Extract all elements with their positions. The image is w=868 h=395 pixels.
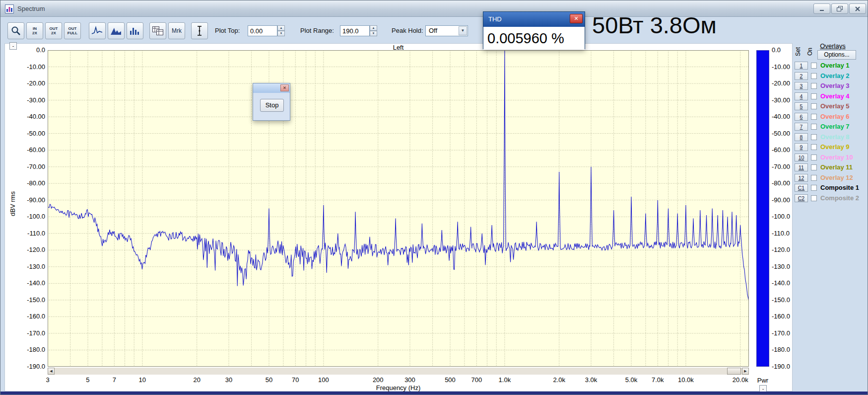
minimize-icon <box>818 6 825 12</box>
zoom-in-2x-button[interactable]: IN2X <box>26 22 43 39</box>
y-tick-right: -140.0 <box>772 279 790 287</box>
x-tick: 100 <box>310 376 337 384</box>
plot-top-input[interactable] <box>248 25 277 36</box>
overlay-set-button-4[interactable]: 4 <box>795 92 808 100</box>
spin-up-icon[interactable]: ▲ <box>277 25 285 31</box>
y-tick-right: -180.0 <box>772 346 790 353</box>
peak-hold-value: Off <box>429 27 437 34</box>
y-tick-left: -90.00 <box>10 196 45 204</box>
peak-spectrum-view-button[interactable] <box>89 22 106 39</box>
cursor-tool-button[interactable] <box>191 22 208 39</box>
close-icon <box>855 6 861 12</box>
overlay-set-button-11[interactable]: 11 <box>795 163 808 171</box>
overlay-set-button-C2[interactable]: C2 <box>795 194 808 202</box>
overlay-set-button-1[interactable]: 1 <box>795 62 808 70</box>
spin-up-icon[interactable]: ▲ <box>370 25 377 31</box>
overlay-on-checkbox-7[interactable] <box>811 124 817 130</box>
peak-hold-dropdown[interactable]: Off ▼ <box>425 25 468 36</box>
spectrum-plot[interactable] <box>48 50 749 367</box>
title-bar[interactable]: Spectrum <box>0 0 868 17</box>
table-grid-icon <box>152 25 164 36</box>
chevron-down-icon[interactable]: ▼ <box>459 26 467 35</box>
stop-dialog[interactable]: ✕ Stop <box>253 83 290 121</box>
table-view-button[interactable] <box>149 22 166 39</box>
horizontal-scrollbar[interactable]: ◀ ▶ <box>48 368 749 375</box>
overlay-on-checkbox-1[interactable] <box>811 63 817 69</box>
overlay-set-button-10[interactable]: 10 <box>795 154 808 161</box>
scroll-left-icon[interactable]: ◀ <box>48 368 55 375</box>
x-tick: 70 <box>282 376 309 384</box>
plot-range-spinner[interactable]: ▲ ▼ <box>370 25 377 36</box>
overlay-set-button-C1[interactable]: C1 <box>795 184 808 192</box>
y-tick-right: -40.00 <box>772 113 790 120</box>
overlay-set-button-8[interactable]: 8 <box>795 133 808 141</box>
channel-label: Left <box>48 44 749 51</box>
zoom-out-2x-button[interactable]: OUT2X <box>45 22 62 39</box>
overlay-on-checkbox-10[interactable] <box>811 155 817 160</box>
y-tick-right: -90.00 <box>772 196 790 204</box>
overlays-options-button[interactable]: Options... <box>817 50 856 60</box>
scroll-right-icon[interactable]: ▶ <box>742 368 749 375</box>
y-tick-left: -150.0 <box>10 296 45 304</box>
close-button[interactable] <box>849 3 866 14</box>
overlay-on-checkbox-C2[interactable] <box>811 195 817 201</box>
overlay-on-checkbox-3[interactable] <box>811 83 817 89</box>
filled-spectrum-view-button[interactable] <box>108 22 125 39</box>
stop-dialog-close-button[interactable]: ✕ <box>280 84 289 91</box>
overlay-on-checkbox-2[interactable] <box>811 73 817 79</box>
spin-down-icon[interactable]: ▼ <box>370 31 377 36</box>
y-tick-right: -10.00 <box>772 63 790 71</box>
overlay-set-button-2[interactable]: 2 <box>795 72 808 80</box>
plot-collapse-button[interactable]: - <box>9 42 17 50</box>
overlay-on-checkbox-11[interactable] <box>811 164 817 170</box>
overlay-on-checkbox-4[interactable] <box>811 93 817 99</box>
x-tick: 10 <box>129 376 156 384</box>
overlay-on-checkbox-8[interactable] <box>811 134 817 140</box>
thd-window[interactable]: THD ✕ 0.005960 % <box>483 11 585 49</box>
y-tick-left: -10.00 <box>10 63 45 71</box>
overlay-on-checkbox-12[interactable] <box>811 175 817 181</box>
x-tick: 20 <box>184 376 210 384</box>
overlay-set-button-12[interactable]: 12 <box>795 174 808 182</box>
zoom-tool-button[interactable] <box>7 22 24 39</box>
y-tick-left: -60.00 <box>10 146 45 154</box>
stop-button[interactable]: Stop <box>260 99 284 112</box>
plot-top-spinner[interactable]: ▲ ▼ <box>277 25 285 36</box>
plot-top-label: Plot Top: <box>215 22 240 39</box>
background-strip <box>0 392 868 395</box>
x-tick: 3 <box>34 376 61 384</box>
overlay-set-button-5[interactable]: 5 <box>795 102 808 110</box>
y-tick-right: -20.00 <box>772 79 790 87</box>
overlay-set-button-3[interactable]: 3 <box>795 82 808 90</box>
overlay-set-button-7[interactable]: 7 <box>795 123 808 131</box>
overlay-set-button-9[interactable]: 9 <box>795 143 808 151</box>
minimize-button[interactable] <box>813 3 830 14</box>
overlay-on-checkbox-5[interactable] <box>811 103 817 109</box>
restore-button[interactable] <box>831 3 848 14</box>
x-tick: 300 <box>397 376 423 384</box>
overlay-label-8: Overlay 8 <box>820 133 850 141</box>
y-tick-left: -30.00 <box>10 96 45 104</box>
overlay-on-checkbox-9[interactable] <box>811 144 817 150</box>
marker-button[interactable]: Mrk <box>168 22 185 39</box>
y-tick-left: -120.0 <box>10 246 45 253</box>
thd-value: 0.005960 % <box>483 27 585 50</box>
plot-range-input[interactable] <box>340 25 370 36</box>
overlay-on-checkbox-6[interactable] <box>811 114 817 120</box>
zoom-out-full-button[interactable]: OUTFULL <box>64 22 81 39</box>
overlay-label-7: Overlay 7 <box>820 123 850 130</box>
zoom-button-label: 2X <box>51 31 56 35</box>
overlay-set-button-6[interactable]: 6 <box>795 113 808 121</box>
thd-close-button[interactable]: ✕ <box>570 14 583 23</box>
close-icon: ✕ <box>574 15 578 21</box>
overlays-title: Overlays <box>810 42 855 50</box>
y-tick-right: -110.0 <box>772 230 790 237</box>
overlay-on-checkbox-C1[interactable] <box>811 185 817 191</box>
spin-down-icon[interactable]: ▼ <box>277 31 285 36</box>
bar-spectrum-view-button[interactable] <box>127 22 143 39</box>
overlay-label-10: Overlay 10 <box>820 154 853 161</box>
y-tick-left: -190.0 <box>10 363 45 370</box>
scrollbar-thumb[interactable] <box>727 368 741 375</box>
restore-icon <box>836 5 843 12</box>
spectrum-window: Spectrum IN2XOUT2XOUTFULL <box>0 0 868 395</box>
